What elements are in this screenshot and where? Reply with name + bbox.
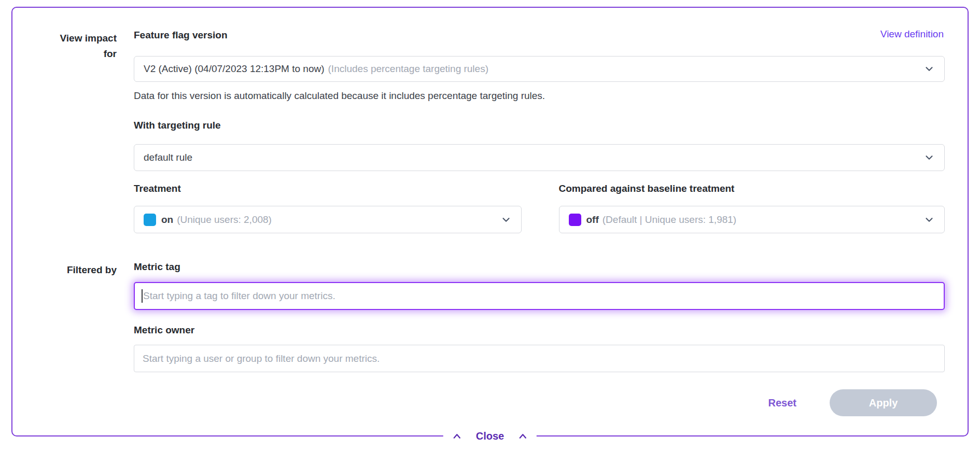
- treatment-label: Treatment: [134, 183, 522, 194]
- reset-button[interactable]: Reset: [768, 397, 796, 409]
- feature-flag-version-label: Feature flag version: [134, 30, 945, 41]
- metric-tag-input-wrap: [134, 282, 945, 310]
- feature-flag-version-select[interactable]: V2 (Active) (04/07/2023 12:13PM to now) …: [134, 56, 945, 82]
- text-cursor: [142, 289, 143, 303]
- metric-tag-label: Metric tag: [134, 261, 945, 273]
- apply-button[interactable]: Apply: [830, 389, 937, 416]
- chevron-down-icon: [923, 63, 935, 75]
- treatment-value: on: [161, 214, 173, 226]
- baseline-treatment-select[interactable]: off (Default | Unique users: 1,981): [559, 206, 945, 233]
- view-definition-link[interactable]: View definition: [880, 29, 944, 40]
- filtered-by-label: Filtered by: [12, 233, 117, 416]
- baseline-treatment-value-note: (Default | Unique users: 1,981): [603, 214, 736, 226]
- close-panel-button[interactable]: Close: [443, 428, 537, 444]
- treatment-labels-row: Treatment Compared against baseline trea…: [134, 183, 945, 194]
- filtered-by-section: Metric tag Metric owner Reset Apply: [134, 233, 945, 416]
- version-helper-text: Data for this version is automatically c…: [134, 90, 945, 102]
- baseline-treatment-value: off: [586, 214, 599, 226]
- metric-owner-input-wrap: [134, 345, 945, 372]
- treatment-color-swatch: [144, 214, 156, 226]
- view-impact-for-label: View impact for: [12, 30, 117, 233]
- chevron-down-icon: [923, 152, 935, 163]
- chevron-down-icon: [500, 214, 512, 226]
- treatment-select[interactable]: on (Unique users: 2,008): [134, 206, 522, 233]
- view-impact-section: Feature flag version V2 (Active) (04/07/…: [134, 30, 945, 233]
- metric-owner-label: Metric owner: [134, 325, 945, 336]
- chevron-up-icon: [452, 432, 462, 440]
- filter-form: View impact for Feature flag version V2 …: [12, 8, 968, 416]
- chevron-up-icon: [518, 432, 528, 440]
- baseline-treatment-label: Compared against baseline treatment: [559, 183, 945, 194]
- impact-filter-panel: View definition View impact for Feature …: [11, 7, 969, 436]
- actions-row: Reset Apply: [134, 389, 945, 416]
- close-button-label: Close: [476, 430, 504, 442]
- feature-flag-version-value: V2 (Active) (04/07/2023 12:13PM to now): [144, 63, 325, 75]
- metric-tag-input[interactable]: [134, 282, 945, 310]
- chevron-down-icon: [923, 214, 935, 226]
- targeting-rule-value: default rule: [144, 152, 192, 163]
- view-impact-for-label-line2: for: [12, 46, 117, 62]
- treatment-selects-row: on (Unique users: 2,008) off (Default | …: [134, 194, 945, 233]
- targeting-rule-label: With targeting rule: [134, 120, 945, 131]
- feature-flag-version-value-note: (Includes percentage targeting rules): [328, 63, 488, 75]
- view-impact-for-label-line1: View impact: [12, 31, 117, 46]
- treatment-value-note: (Unique users: 2,008): [177, 214, 272, 226]
- baseline-color-swatch: [569, 214, 581, 226]
- metric-owner-input[interactable]: [134, 345, 945, 372]
- targeting-rule-select[interactable]: default rule: [134, 144, 945, 171]
